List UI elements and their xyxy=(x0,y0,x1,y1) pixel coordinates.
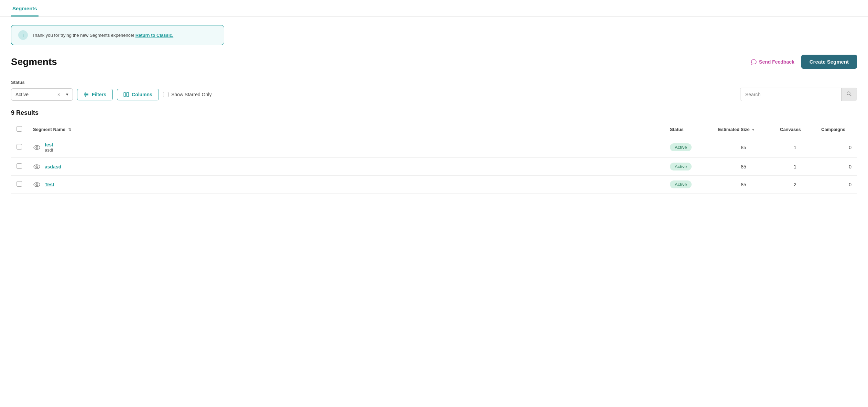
top-nav: Segments xyxy=(0,0,868,17)
filter-icon xyxy=(84,92,89,97)
search-box xyxy=(740,88,857,101)
nav-tab-segments[interactable]: Segments xyxy=(11,0,39,16)
status-badge: Active xyxy=(670,180,692,188)
status-select[interactable]: Active × ▾ xyxy=(11,88,73,101)
banner-text: Thank you for trying the new Segments ex… xyxy=(32,33,173,38)
table-row: test asdf Active 85 1 0 xyxy=(11,137,857,158)
row-checkbox[interactable] xyxy=(17,144,22,150)
row-checkbox[interactable] xyxy=(17,163,22,169)
segment-name-link[interactable]: Test xyxy=(45,182,54,187)
segments-table: Segment Name ⇅ Status Estimated Size ▾ C… xyxy=(11,122,857,194)
chevron-down-icon[interactable]: ▾ xyxy=(66,92,68,97)
svg-rect-6 xyxy=(124,92,126,97)
svg-point-16 xyxy=(36,166,37,167)
search-icon xyxy=(846,91,852,97)
row-status-cell: Active xyxy=(664,176,713,194)
row-status-cell: Active xyxy=(664,158,713,176)
svg-line-10 xyxy=(850,95,851,96)
show-starred-only-label[interactable]: Show Starred Only xyxy=(163,92,212,97)
filters-row: Active × ▾ Filters xyxy=(11,88,857,101)
status-clear-icon[interactable]: × xyxy=(57,92,60,97)
eye-icon[interactable] xyxy=(33,181,41,188)
table-row: Test Active 85 2 0 xyxy=(11,176,857,194)
results-count: 9 Results xyxy=(11,109,857,117)
status-badge: Active xyxy=(670,143,692,151)
sort-icon-size: ▾ xyxy=(752,128,754,132)
sort-icon-name: ⇅ xyxy=(68,128,71,132)
info-icon: i xyxy=(18,30,28,40)
return-to-classic-link[interactable]: Return to Classic. xyxy=(135,33,174,38)
eye-icon[interactable] xyxy=(33,163,41,170)
th-select-all xyxy=(11,122,28,137)
search-button[interactable] xyxy=(841,88,857,101)
filters-section: Status Active × ▾ Filters xyxy=(11,80,857,101)
row-canvases-cell: 1 xyxy=(774,158,816,176)
row-canvases-cell: 1 xyxy=(774,137,816,158)
th-segment-name[interactable]: Segment Name ⇅ xyxy=(28,122,664,137)
select-all-checkbox[interactable] xyxy=(17,126,22,132)
starred-checkbox[interactable] xyxy=(163,92,169,97)
th-estimated-size[interactable]: Estimated Size ▾ xyxy=(713,122,774,137)
row-canvases-cell: 2 xyxy=(774,176,816,194)
row-name-cell: asdasd xyxy=(28,158,664,176)
search-input[interactable] xyxy=(740,89,841,100)
eye-icon[interactable] xyxy=(33,144,41,151)
segment-description: asdf xyxy=(45,147,53,153)
header-actions: Send Feedback Create Segment xyxy=(751,55,857,69)
svg-point-13 xyxy=(36,147,37,148)
page-header: Segments Send Feedback Create Segment xyxy=(11,55,857,69)
table-body: test asdf Active 85 1 0 xyxy=(11,137,857,194)
row-size-cell: 85 xyxy=(713,158,774,176)
row-name-cell: Test xyxy=(28,176,664,194)
row-campaigns-cell: 0 xyxy=(816,158,857,176)
row-campaigns-cell: 0 xyxy=(816,176,857,194)
th-canvases: Canvases xyxy=(774,122,816,137)
row-campaigns-cell: 0 xyxy=(816,137,857,158)
segment-name-link[interactable]: asdasd xyxy=(45,164,61,169)
table-header-row: Segment Name ⇅ Status Estimated Size ▾ C… xyxy=(11,122,857,137)
feedback-icon xyxy=(751,59,757,65)
status-filter-label: Status xyxy=(11,80,857,85)
info-banner: i Thank you for trying the new Segments … xyxy=(11,25,224,45)
th-status: Status xyxy=(664,122,713,137)
row-checkbox-cell xyxy=(11,137,28,158)
filters-button[interactable]: Filters xyxy=(77,89,113,100)
page-title: Segments xyxy=(11,56,57,67)
table-row: asdasd Active 85 1 0 xyxy=(11,158,857,176)
status-select-value: Active xyxy=(15,92,55,97)
svg-point-5 xyxy=(85,95,86,96)
th-campaigns: Campaigns xyxy=(816,122,857,137)
row-size-cell: 85 xyxy=(713,176,774,194)
table-header: Segment Name ⇅ Status Estimated Size ▾ C… xyxy=(11,122,857,137)
main-content: i Thank you for trying the new Segments … xyxy=(0,17,868,202)
status-badge: Active xyxy=(670,163,692,170)
row-status-cell: Active xyxy=(664,137,713,158)
row-checkbox-cell xyxy=(11,158,28,176)
select-divider xyxy=(63,91,63,98)
columns-button[interactable]: Columns xyxy=(117,89,159,100)
svg-point-19 xyxy=(36,184,37,185)
row-checkbox-cell xyxy=(11,176,28,194)
create-segment-button[interactable]: Create Segment xyxy=(801,55,857,69)
svg-rect-7 xyxy=(127,92,129,97)
row-size-cell: 85 xyxy=(713,137,774,158)
columns-icon xyxy=(123,92,129,97)
send-feedback-button[interactable]: Send Feedback xyxy=(751,59,794,65)
row-name-cell: test asdf xyxy=(28,137,664,158)
segment-name-link[interactable]: test xyxy=(45,142,53,147)
svg-point-3 xyxy=(85,92,86,94)
svg-point-4 xyxy=(87,94,88,95)
row-checkbox[interactable] xyxy=(17,181,22,187)
